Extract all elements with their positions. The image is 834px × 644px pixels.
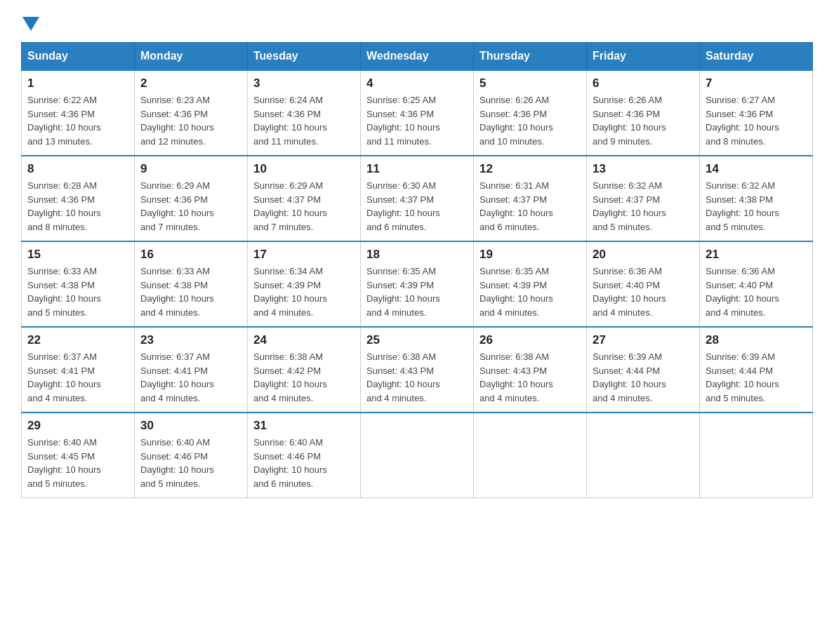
calendar-cell: 20 Sunrise: 6:36 AMSunset: 4:40 PMDaylig… — [587, 241, 700, 327]
calendar-cell — [474, 412, 587, 498]
day-info: Sunrise: 6:29 AMSunset: 4:36 PMDaylight:… — [140, 180, 214, 232]
calendar-week-4: 22 Sunrise: 6:37 AMSunset: 4:41 PMDaylig… — [22, 327, 813, 412]
calendar-cell: 14 Sunrise: 6:32 AMSunset: 4:38 PMDaylig… — [700, 156, 813, 241]
day-number: 20 — [593, 248, 694, 262]
day-info: Sunrise: 6:32 AMSunset: 4:37 PMDaylight:… — [593, 180, 666, 232]
day-info: Sunrise: 6:40 AMSunset: 4:46 PMDaylight:… — [253, 437, 327, 489]
calendar-cell: 19 Sunrise: 6:35 AMSunset: 4:39 PMDaylig… — [474, 241, 587, 327]
day-info: Sunrise: 6:35 AMSunset: 4:39 PMDaylight:… — [479, 266, 553, 318]
calendar-cell: 7 Sunrise: 6:27 AMSunset: 4:36 PMDayligh… — [700, 70, 813, 156]
day-info: Sunrise: 6:36 AMSunset: 4:40 PMDaylight:… — [593, 266, 666, 318]
calendar-cell: 5 Sunrise: 6:26 AMSunset: 4:36 PMDayligh… — [474, 70, 587, 156]
calendar-cell: 9 Sunrise: 6:29 AMSunset: 4:36 PMDayligh… — [135, 156, 248, 241]
calendar-cell — [700, 412, 813, 498]
day-number: 11 — [366, 162, 468, 176]
calendar-cell — [361, 412, 474, 498]
calendar-cell: 30 Sunrise: 6:40 AMSunset: 4:46 PMDaylig… — [135, 412, 248, 498]
day-info: Sunrise: 6:25 AMSunset: 4:36 PMDaylight:… — [366, 95, 440, 147]
calendar-cell: 27 Sunrise: 6:39 AMSunset: 4:44 PMDaylig… — [587, 327, 700, 412]
day-info: Sunrise: 6:32 AMSunset: 4:38 PMDaylight:… — [706, 180, 779, 232]
day-info: Sunrise: 6:35 AMSunset: 4:39 PMDaylight:… — [366, 266, 440, 318]
calendar-cell: 21 Sunrise: 6:36 AMSunset: 4:40 PMDaylig… — [700, 241, 813, 327]
calendar-cell: 2 Sunrise: 6:23 AMSunset: 4:36 PMDayligh… — [135, 70, 248, 156]
day-info: Sunrise: 6:23 AMSunset: 4:36 PMDaylight:… — [140, 95, 214, 147]
day-info: Sunrise: 6:40 AMSunset: 4:46 PMDaylight:… — [140, 437, 214, 489]
calendar-cell: 16 Sunrise: 6:33 AMSunset: 4:38 PMDaylig… — [135, 241, 248, 327]
day-info: Sunrise: 6:37 AMSunset: 4:41 PMDaylight:… — [140, 351, 214, 403]
calendar-header-monday: Monday — [135, 43, 248, 71]
calendar-cell: 22 Sunrise: 6:37 AMSunset: 4:41 PMDaylig… — [22, 327, 135, 412]
calendar-header-friday: Friday — [587, 43, 700, 71]
day-info: Sunrise: 6:31 AMSunset: 4:37 PMDaylight:… — [479, 180, 553, 232]
day-number: 27 — [593, 333, 694, 347]
day-number: 12 — [479, 162, 581, 176]
calendar-header-wednesday: Wednesday — [361, 43, 474, 71]
day-info: Sunrise: 6:28 AMSunset: 4:36 PMDaylight:… — [27, 180, 101, 232]
day-number: 14 — [706, 162, 807, 176]
day-info: Sunrise: 6:38 AMSunset: 4:43 PMDaylight:… — [366, 351, 440, 403]
calendar-cell: 23 Sunrise: 6:37 AMSunset: 4:41 PMDaylig… — [135, 327, 248, 412]
day-number: 31 — [253, 419, 355, 433]
day-number: 8 — [27, 162, 128, 176]
calendar-cell: 8 Sunrise: 6:28 AMSunset: 4:36 PMDayligh… — [22, 156, 135, 241]
day-number: 23 — [140, 333, 241, 347]
day-info: Sunrise: 6:30 AMSunset: 4:37 PMDaylight:… — [366, 180, 440, 232]
day-number: 3 — [253, 76, 355, 90]
calendar-cell: 29 Sunrise: 6:40 AMSunset: 4:45 PMDaylig… — [22, 412, 135, 498]
calendar-week-5: 29 Sunrise: 6:40 AMSunset: 4:45 PMDaylig… — [22, 412, 813, 498]
day-info: Sunrise: 6:33 AMSunset: 4:38 PMDaylight:… — [140, 266, 214, 318]
calendar-cell — [587, 412, 700, 498]
calendar-cell: 28 Sunrise: 6:39 AMSunset: 4:44 PMDaylig… — [700, 327, 813, 412]
day-info: Sunrise: 6:40 AMSunset: 4:45 PMDaylight:… — [27, 437, 101, 489]
calendar-header-thursday: Thursday — [474, 43, 587, 71]
calendar-cell: 17 Sunrise: 6:34 AMSunset: 4:39 PMDaylig… — [248, 241, 361, 327]
day-info: Sunrise: 6:29 AMSunset: 4:37 PMDaylight:… — [253, 180, 327, 232]
day-number: 21 — [706, 248, 807, 262]
calendar-cell: 26 Sunrise: 6:38 AMSunset: 4:43 PMDaylig… — [474, 327, 587, 412]
day-number: 10 — [253, 162, 355, 176]
logo-triangle-icon — [22, 17, 39, 31]
calendar-cell: 4 Sunrise: 6:25 AMSunset: 4:36 PMDayligh… — [361, 70, 474, 156]
calendar-header-row: SundayMondayTuesdayWednesdayThursdayFrid… — [22, 43, 813, 71]
calendar-header-sunday: Sunday — [22, 43, 135, 71]
day-number: 15 — [27, 248, 128, 262]
day-number: 13 — [593, 162, 694, 176]
day-number: 7 — [706, 76, 807, 90]
day-number: 2 — [140, 76, 241, 90]
calendar-cell: 6 Sunrise: 6:26 AMSunset: 4:36 PMDayligh… — [587, 70, 700, 156]
calendar-header-tuesday: Tuesday — [248, 43, 361, 71]
calendar-cell: 11 Sunrise: 6:30 AMSunset: 4:37 PMDaylig… — [361, 156, 474, 241]
calendar-cell: 31 Sunrise: 6:40 AMSunset: 4:46 PMDaylig… — [248, 412, 361, 498]
calendar-week-3: 15 Sunrise: 6:33 AMSunset: 4:38 PMDaylig… — [22, 241, 813, 327]
logo — [21, 14, 41, 28]
day-info: Sunrise: 6:38 AMSunset: 4:43 PMDaylight:… — [479, 351, 553, 403]
day-number: 16 — [140, 248, 241, 262]
day-info: Sunrise: 6:27 AMSunset: 4:36 PMDaylight:… — [706, 95, 779, 147]
calendar-table: SundayMondayTuesdayWednesdayThursdayFrid… — [21, 42, 813, 498]
day-number: 30 — [140, 419, 241, 433]
calendar-cell: 10 Sunrise: 6:29 AMSunset: 4:37 PMDaylig… — [248, 156, 361, 241]
day-number: 5 — [479, 76, 581, 90]
day-number: 28 — [706, 333, 807, 347]
day-number: 1 — [27, 76, 128, 90]
day-number: 26 — [479, 333, 581, 347]
day-info: Sunrise: 6:26 AMSunset: 4:36 PMDaylight:… — [593, 95, 666, 147]
day-number: 24 — [253, 333, 355, 347]
day-number: 22 — [27, 333, 128, 347]
day-info: Sunrise: 6:33 AMSunset: 4:38 PMDaylight:… — [27, 266, 101, 318]
day-number: 17 — [253, 248, 355, 262]
calendar-week-2: 8 Sunrise: 6:28 AMSunset: 4:36 PMDayligh… — [22, 156, 813, 241]
calendar-cell: 24 Sunrise: 6:38 AMSunset: 4:42 PMDaylig… — [248, 327, 361, 412]
day-info: Sunrise: 6:26 AMSunset: 4:36 PMDaylight:… — [479, 95, 553, 147]
day-info: Sunrise: 6:39 AMSunset: 4:44 PMDaylight:… — [706, 351, 779, 403]
day-info: Sunrise: 6:22 AMSunset: 4:36 PMDaylight:… — [27, 95, 101, 147]
calendar-cell: 13 Sunrise: 6:32 AMSunset: 4:37 PMDaylig… — [587, 156, 700, 241]
day-info: Sunrise: 6:36 AMSunset: 4:40 PMDaylight:… — [706, 266, 779, 318]
calendar-cell: 18 Sunrise: 6:35 AMSunset: 4:39 PMDaylig… — [361, 241, 474, 327]
calendar-cell: 15 Sunrise: 6:33 AMSunset: 4:38 PMDaylig… — [22, 241, 135, 327]
calendar-cell: 12 Sunrise: 6:31 AMSunset: 4:37 PMDaylig… — [474, 156, 587, 241]
calendar-header-saturday: Saturday — [700, 43, 813, 71]
day-info: Sunrise: 6:34 AMSunset: 4:39 PMDaylight:… — [253, 266, 327, 318]
day-number: 25 — [366, 333, 468, 347]
day-info: Sunrise: 6:24 AMSunset: 4:36 PMDaylight:… — [253, 95, 327, 147]
